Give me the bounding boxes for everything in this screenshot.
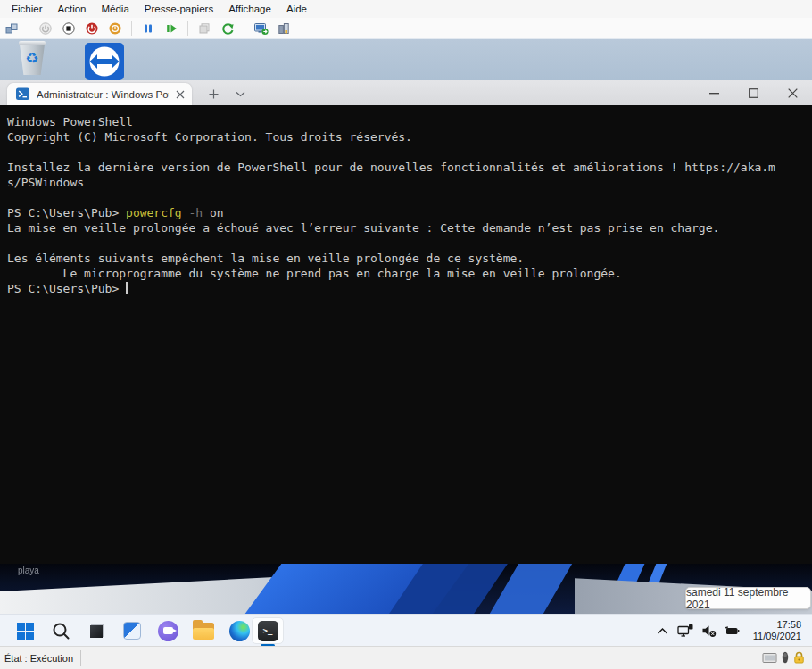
taskbar-apps	[7, 615, 257, 647]
menu-affichage[interactable]: Affichage	[228, 4, 271, 14]
vm-status-bar: État : Exécution	[0, 646, 812, 669]
terminal-cursor	[126, 282, 128, 294]
toolbar-separator	[244, 21, 244, 36]
task-view-button[interactable]	[79, 615, 114, 647]
vm-toolbar	[0, 18, 812, 39]
maximize-icon[interactable]	[733, 80, 773, 105]
status-icons	[762, 647, 805, 669]
menu-action[interactable]: Action	[58, 4, 87, 14]
hidden-icons-chevron[interactable]	[653, 620, 673, 641]
start-vm-icon[interactable]	[37, 20, 54, 37]
close-icon[interactable]	[773, 80, 812, 105]
checkpoint-icon[interactable]	[195, 20, 213, 37]
menu-media[interactable]: Média	[101, 4, 128, 14]
terminal-line: Copyright (C) Microsoft Corporation. Tou…	[7, 129, 812, 145]
chat-button[interactable]	[150, 615, 186, 647]
shutdown-vm-icon[interactable]	[83, 20, 101, 37]
command-name: powercfg	[126, 206, 182, 219]
clock-time: 17:58	[753, 619, 801, 631]
terminal-prompt-line: PS C:\Users\Pub>	[7, 281, 812, 296]
status-separator	[80, 650, 81, 666]
toolbar-separator	[187, 21, 188, 36]
widgets-button[interactable]	[114, 615, 150, 647]
date-tooltip: samedi 11 septembre 2021	[685, 587, 811, 609]
terminal-line: Installez la dernière version de PowerSh…	[7, 160, 812, 175]
menu-presse-papiers[interactable]: Presse-papiers	[145, 4, 213, 14]
system-tray: 17:58 11/09/2021	[653, 615, 807, 647]
menu-fichier[interactable]: Fichier	[12, 4, 43, 14]
tab-title: Administrateur : Windows Powe	[37, 89, 169, 100]
terminal-taskbar-button[interactable]: >_	[252, 617, 284, 644]
menu-aide[interactable]: Aide	[286, 4, 307, 14]
menu-bar: Fichier Action Média Presse-papiers Affi…	[0, 0, 812, 18]
terminal-line: La mise en veille prolongée a échoué ave…	[7, 220, 812, 235]
recycle-bin-icon[interactable]: ♻	[18, 41, 46, 75]
terminal-tab[interactable]: Administrateur : Windows Powe	[7, 83, 192, 105]
terminal-line: Windows PowerShell	[7, 114, 812, 129]
desktop-icon-partial-label: playa	[18, 566, 39, 575]
guest-taskbar: >_ 17:58 11/09/2021	[0, 614, 812, 646]
vm-status-text: État : Exécution	[0, 653, 80, 664]
terminal-icon: >_	[258, 621, 278, 641]
resume-vm-icon[interactable]	[162, 20, 180, 37]
volume-muted-icon[interactable]	[700, 620, 719, 641]
recycle-glyph: ♻	[18, 49, 46, 68]
revert-icon[interactable]	[219, 20, 236, 37]
battery-icon[interactable]	[723, 620, 742, 641]
ctrl-alt-del-icon[interactable]	[4, 20, 21, 37]
terminal-line	[7, 190, 812, 205]
command-argument: on	[203, 206, 223, 219]
toolbar-separator	[29, 21, 29, 36]
terminal-tab-bar: Administrateur : Windows Powe	[0, 80, 812, 105]
terminal-command-line: PS C:\Users\Pub> powercfg -h on	[7, 205, 812, 220]
vm-connection-window: Fichier Action Média Presse-papiers Affi…	[0, 0, 812, 669]
prompt-text: PS C:\Users\Pub>	[7, 282, 126, 295]
teamviewer-icon[interactable]	[85, 43, 124, 80]
windows-logo-icon	[17, 623, 34, 640]
terminal-line: s/PSWindows	[7, 175, 812, 190]
taskbar-clock[interactable]: 17:58 11/09/2021	[746, 619, 807, 642]
search-button[interactable]	[43, 615, 79, 647]
pause-vm-icon[interactable]	[139, 20, 157, 37]
display-status-icon	[762, 652, 777, 665]
terminal-line	[7, 235, 812, 251]
edge-icon	[229, 621, 250, 641]
minimize-icon[interactable]	[694, 80, 733, 105]
search-icon	[52, 622, 70, 640]
widgets-icon	[123, 622, 141, 640]
recycle-rim	[19, 41, 46, 45]
terminal-content[interactable]: Windows PowerShell Copyright (C) Microso…	[0, 105, 812, 564]
guest-desktop[interactable]: ♻	[0, 39, 812, 80]
command-parameter: -h	[182, 206, 203, 219]
checkpoint-settings-icon[interactable]	[275, 20, 293, 37]
start-button[interactable]	[7, 615, 43, 647]
tab-close-icon[interactable]	[176, 90, 185, 99]
terminal-line	[7, 145, 812, 160]
stop-vm-icon[interactable]	[60, 20, 78, 37]
terminal-line: Le microprogramme du système ne prend pa…	[7, 266, 812, 281]
save-vm-icon[interactable]	[106, 20, 124, 37]
enhanced-session-icon[interactable]	[252, 20, 269, 37]
chat-icon	[158, 621, 178, 641]
network-icon[interactable]	[676, 620, 696, 641]
file-explorer-button[interactable]	[186, 615, 221, 647]
terminal-window: Administrateur : Windows Powe Windows Po…	[0, 80, 812, 564]
recycle-bin-body: ♻	[18, 41, 46, 75]
folder-icon	[193, 623, 214, 640]
lock-status-icon	[793, 651, 805, 665]
clock-date: 11/09/2021	[753, 631, 801, 642]
usb-status-icon	[782, 651, 789, 665]
prompt-text: PS C:\Users\Pub>	[7, 206, 126, 219]
tab-dropdown-icon[interactable]	[230, 86, 250, 102]
powershell-icon	[16, 87, 29, 101]
terminal-line: Les éléments suivants empêchent la mise …	[7, 251, 812, 266]
toolbar-separator	[131, 21, 132, 36]
window-controls	[694, 80, 812, 105]
new-tab-icon[interactable]	[203, 86, 223, 102]
task-view-icon	[87, 622, 106, 640]
